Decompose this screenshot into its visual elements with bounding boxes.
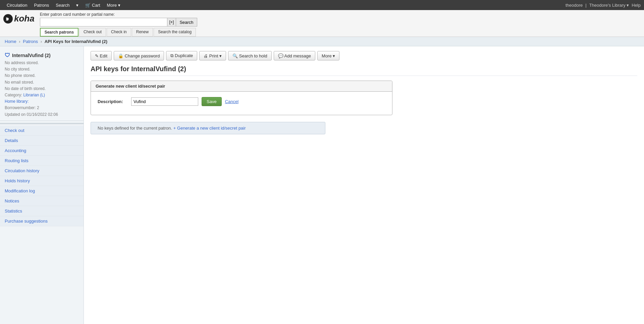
nav-user[interactable]: theodore [566, 3, 583, 8]
top-nav-left: Circulation Patrons Search ▾ 🛒 Cart More… [3, 1, 124, 10]
sidebar-patron-info: 🛡 InternalVufind (2) No address stored. … [0, 50, 84, 121]
add-message-button[interactable]: 💬 Add message [274, 51, 315, 60]
tab-check-out[interactable]: Check out [79, 28, 106, 37]
nav-dropdown-arrow[interactable]: ▾ [73, 1, 82, 10]
search-row: [+] Search [40, 18, 241, 27]
patron-home-library: Home library: [5, 98, 79, 105]
more-button[interactable]: More ▾ [317, 51, 339, 60]
breadcrumb-sep2: › [41, 39, 42, 44]
nav-separator: | [585, 3, 586, 8]
category-label: Category: [5, 93, 22, 97]
breadcrumb-current: API Keys for InternalVufind (2) [45, 39, 107, 44]
search-tabs: Search patrons Check out Check in Renew … [40, 28, 241, 37]
no-keys-text: No keys defined for the current patron. [98, 126, 172, 131]
cancel-button[interactable]: Cancel [225, 99, 238, 104]
tab-check-in[interactable]: Check in [107, 28, 131, 37]
content-area: ✎ Edit 🔒 Change password ⧉ Duplicate 🖨 P… [84, 46, 644, 324]
sidebar-item-purchase-suggestions[interactable]: Purchase suggestions [0, 216, 84, 226]
breadcrumb-patrons[interactable]: Patrons [23, 39, 38, 44]
advanced-search-btn[interactable]: [+] [167, 18, 176, 27]
sidebar-divider [0, 123, 84, 124]
borrowernumber-value: 2 [37, 105, 39, 110]
edit-button[interactable]: ✎ Edit [91, 51, 112, 60]
search-button[interactable]: Search [176, 18, 197, 27]
sidebar-item-modification-log[interactable]: Modification log [0, 186, 84, 196]
shield-icon: 🛡 [5, 52, 10, 58]
top-nav: Circulation Patrons Search ▾ 🛒 Cart More… [0, 0, 644, 10]
breadcrumb: Home › Patrons › API Keys for InternalVu… [0, 37, 644, 46]
duplicate-button[interactable]: ⧉ Duplicate [166, 51, 197, 60]
sidebar-item-notices[interactable]: Notices [0, 196, 84, 206]
generate-panel-title: Generate new client id/secret pair [91, 81, 392, 92]
description-input[interactable] [131, 97, 198, 106]
print-button[interactable]: 🖨 Print ▾ [199, 51, 226, 60]
top-nav-right: theodore | Theodore's Library ▾ Help [566, 3, 641, 8]
svg-point-1 [6, 17, 7, 19]
patron-meta-phone: No phone stored. [5, 73, 79, 79]
patron-meta-dob: No date of birth stored. [5, 86, 79, 92]
updated-value: 01/16/2022 02:06 [26, 112, 58, 117]
nav-help[interactable]: Help [632, 3, 641, 8]
breadcrumb-home[interactable]: Home [5, 39, 16, 44]
logo-text: koha [14, 13, 35, 24]
logo: koha [3, 13, 35, 24]
nav-patrons[interactable]: Patrons [31, 1, 52, 10]
breadcrumb-sep1: › [19, 39, 20, 44]
generate-panel: Generate new client id/secret pair Descr… [91, 81, 392, 115]
home-library-link[interactable]: Home library: [5, 99, 29, 104]
save-button[interactable]: Save [202, 97, 222, 106]
updated-label: Updated on [5, 112, 25, 117]
nav-library[interactable]: Theodore's Library ▾ [589, 3, 629, 8]
patron-meta-city: No city stored. [5, 66, 79, 73]
action-bar: ✎ Edit 🔒 Change password ⧉ Duplicate 🖨 P… [91, 51, 637, 60]
search-input-group: Enter patron card number or partial name… [40, 12, 241, 37]
patron-meta-email: No email stored. [5, 79, 79, 86]
patron-meta: No address stored. No city stored. No ph… [5, 60, 79, 118]
sidebar-item-routing-lists[interactable]: Routing lists [0, 156, 84, 166]
nav-circulation[interactable]: Circulation [3, 1, 31, 10]
nav-cart[interactable]: 🛒 Cart [82, 1, 103, 10]
no-keys-box: No keys defined for the current patron. … [91, 122, 325, 134]
description-form-row: Description: Save Cancel [98, 97, 385, 106]
page-title: API keys for InternalVufind (2) [91, 65, 637, 76]
patron-borrowernumber: Borrowernumber: 2 [5, 105, 79, 111]
sidebar-item-holds-history[interactable]: Holds history [0, 176, 84, 186]
category-value[interactable]: Librarian (L) [23, 93, 45, 97]
borrowernumber-label: Borrowernumber: [5, 105, 36, 110]
tab-search-patrons[interactable]: Search patrons [40, 28, 78, 37]
generate-new-link[interactable]: + Generate a new client id/secret pair [173, 126, 246, 131]
sidebar-patron-name: 🛡 InternalVufind (2) [5, 52, 79, 58]
sidebar-item-details[interactable]: Details [0, 136, 84, 146]
nav-more[interactable]: More ▾ [104, 1, 124, 10]
sidebar-item-checkout[interactable]: Check out [0, 126, 84, 136]
search-label: Enter patron card number or partial name… [40, 12, 241, 17]
search-input[interactable] [40, 18, 167, 27]
tab-renew[interactable]: Renew [132, 28, 153, 37]
patron-updated: Updated on 01/16/2022 02:06 [5, 111, 79, 118]
description-label: Description: [98, 99, 128, 104]
generate-panel-body: Description: Save Cancel [91, 92, 392, 115]
change-password-button[interactable]: 🔒 Change password [114, 51, 164, 60]
nav-search[interactable]: Search [52, 1, 73, 10]
patron-category: Category: Librarian (L) [5, 92, 79, 98]
sidebar: 🛡 InternalVufind (2) No address stored. … [0, 46, 84, 324]
main-layout: 🛡 InternalVufind (2) No address stored. … [0, 46, 644, 324]
patron-meta-address: No address stored. [5, 60, 79, 66]
logo-icon [3, 14, 13, 24]
sidebar-item-statistics[interactable]: Statistics [0, 206, 84, 216]
patron-name-text: InternalVufind (2) [12, 53, 51, 58]
sidebar-item-circulation-history[interactable]: Circulation history [0, 166, 84, 176]
tab-search-catalog[interactable]: Search the catalog [154, 28, 196, 37]
sidebar-item-accounting[interactable]: Accounting [0, 146, 84, 156]
search-to-hold-button[interactable]: 🔍 Search to hold [228, 51, 271, 60]
